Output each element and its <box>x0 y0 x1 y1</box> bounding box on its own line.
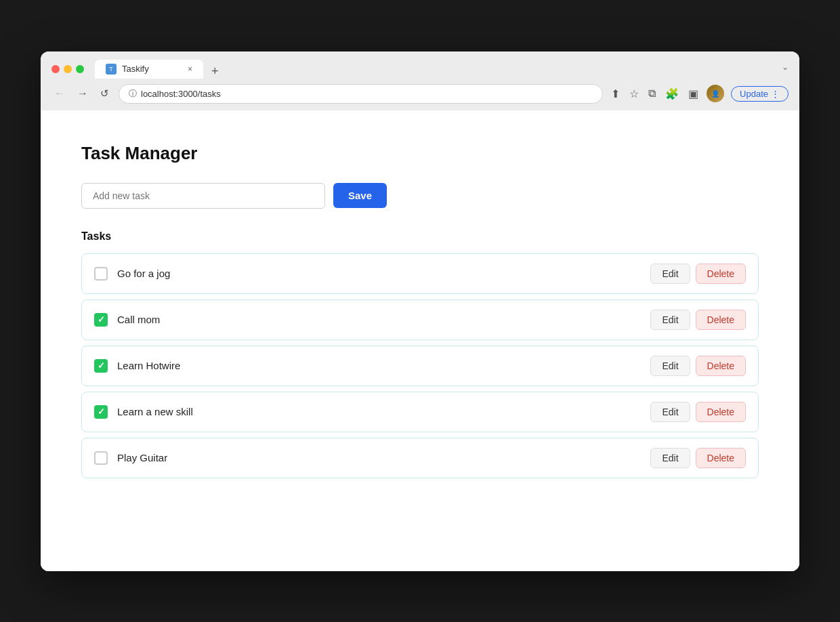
tab-title: Taskify <box>122 64 182 74</box>
task-actions: EditDelete <box>650 448 746 468</box>
sidebar-icon[interactable]: ▣ <box>687 86 700 102</box>
task-actions: EditDelete <box>650 310 746 330</box>
tab-close-icon[interactable]: × <box>188 64 192 74</box>
address-text: localhost:3000/tasks <box>141 89 221 99</box>
delete-button[interactable]: Delete <box>696 448 746 468</box>
maximize-traffic-light[interactable] <box>76 65 84 73</box>
avatar[interactable]: 👤 <box>707 85 724 102</box>
tab-bar: T Taskify × + <box>95 60 782 79</box>
edit-button[interactable]: Edit <box>650 310 690 330</box>
share-icon[interactable]: ⬆ <box>610 86 621 102</box>
task-checkbox[interactable]: ✓ <box>94 313 108 327</box>
task-item: ✓Learn HotwireEditDelete <box>81 346 759 386</box>
delete-button[interactable]: Delete <box>696 402 746 422</box>
update-label: Update <box>740 89 768 99</box>
delete-button[interactable]: Delete <box>696 356 746 376</box>
active-tab[interactable]: T Taskify × <box>95 60 203 79</box>
task-actions: EditDelete <box>650 356 746 376</box>
page-title: Task Manager <box>81 143 759 164</box>
forward-button[interactable]: → <box>75 86 91 101</box>
reload-button[interactable]: ↺ <box>98 86 112 101</box>
address-bar[interactable]: ⓘ localhost:3000/tasks <box>119 84 603 104</box>
edit-button[interactable]: Edit <box>650 356 690 376</box>
task-item: Play GuitarEditDelete <box>81 438 759 478</box>
task-item: Go for a jogEditDelete <box>81 253 759 294</box>
browser-addressbar: ← → ↺ ⓘ localhost:3000/tasks ⬆ ☆ ⧉ 🧩 ▣ 👤… <box>41 79 799 110</box>
toolbar-icons: ⬆ ☆ ⧉ 🧩 ▣ 👤 Update ⋮ <box>610 85 789 102</box>
task-name: Call mom <box>117 314 641 325</box>
task-name: Learn Hotwire <box>117 360 641 371</box>
page-content: Task Manager Save Tasks Go for a jogEdit… <box>41 110 799 571</box>
chevron-down-icon[interactable]: ⌄ <box>782 62 789 72</box>
task-checkbox[interactable] <box>94 451 108 465</box>
checkmark-icon: ✓ <box>98 407 105 417</box>
edit-button[interactable]: Edit <box>650 264 690 284</box>
history-icon[interactable]: ⧉ <box>647 86 657 101</box>
more-icon: ⋮ <box>771 89 780 99</box>
task-actions: EditDelete <box>650 264 746 284</box>
task-item: ✓Call momEditDelete <box>81 299 759 340</box>
save-button[interactable]: Save <box>333 183 387 208</box>
task-checkbox[interactable]: ✓ <box>94 405 108 419</box>
add-task-row: Save <box>81 183 759 209</box>
task-name: Learn a new skill <box>117 406 641 417</box>
tab-favicon: T <box>106 64 117 75</box>
update-button[interactable]: Update ⋮ <box>731 86 789 102</box>
checkmark-icon: ✓ <box>98 360 105 371</box>
traffic-lights <box>51 65 84 73</box>
tasks-heading: Tasks <box>81 230 759 243</box>
task-name: Go for a jog <box>117 268 641 279</box>
minimize-traffic-light[interactable] <box>64 65 72 73</box>
browser-window: T Taskify × + ⌄ ← → ↺ ⓘ localhost: <box>41 51 799 571</box>
task-checkbox[interactable] <box>94 267 108 281</box>
checkmark-icon: ✓ <box>98 314 105 325</box>
delete-button[interactable]: Delete <box>696 264 746 284</box>
bookmark-icon[interactable]: ☆ <box>628 86 640 102</box>
browser-top-row: T Taskify × + ⌄ <box>51 60 789 79</box>
task-name: Play Guitar <box>117 452 641 463</box>
lock-icon: ⓘ <box>129 88 137 100</box>
task-checkbox[interactable]: ✓ <box>94 359 108 373</box>
back-button[interactable]: ← <box>51 86 68 101</box>
task-list: Go for a jogEditDelete✓Call momEditDelet… <box>81 253 759 478</box>
edit-button[interactable]: Edit <box>650 402 690 422</box>
new-tab-button[interactable]: + <box>209 64 222 79</box>
browser-titlebar: T Taskify × + ⌄ <box>41 51 799 79</box>
task-item: ✓Learn a new skillEditDelete <box>81 392 759 432</box>
task-actions: EditDelete <box>650 402 746 422</box>
close-traffic-light[interactable] <box>51 65 60 73</box>
add-task-input[interactable] <box>81 183 325 209</box>
delete-button[interactable]: Delete <box>696 310 746 330</box>
window-controls: ⌄ <box>782 62 789 72</box>
edit-button[interactable]: Edit <box>650 448 690 468</box>
extension-icon[interactable]: 🧩 <box>664 86 680 102</box>
